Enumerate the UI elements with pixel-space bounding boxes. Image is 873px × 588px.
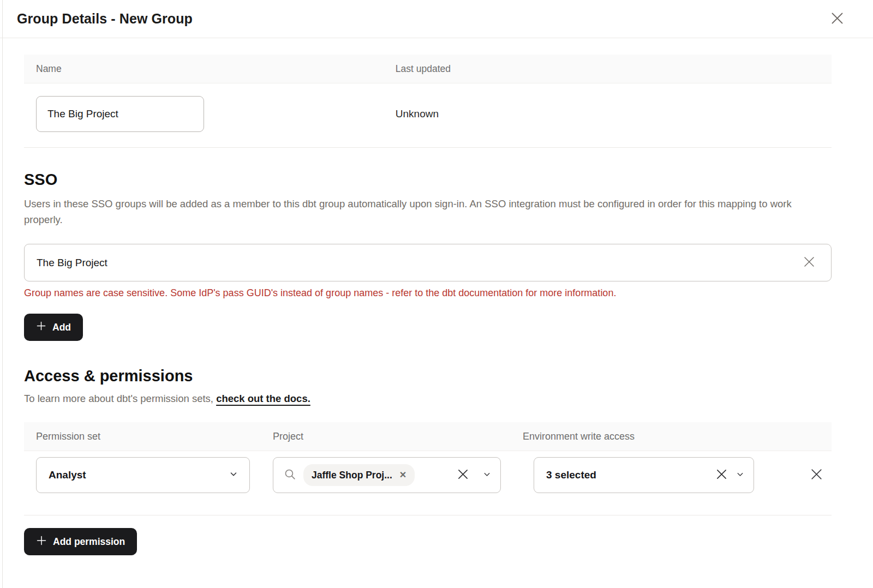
- chevron-down-icon: [229, 469, 238, 481]
- clear-x-icon: [457, 468, 469, 482]
- project-clear-button[interactable]: [455, 466, 471, 484]
- sso-group-clear-button[interactable]: [800, 253, 818, 272]
- access-permissions-section: Access & permissions To learn more about…: [24, 367, 832, 555]
- project-chip-label: Jaffle Shop Proj...: [312, 470, 392, 481]
- chevron-down-icon[interactable]: [736, 470, 745, 481]
- add-button-label: Add: [52, 322, 71, 333]
- permission-row: Analyst Jaffle Shop Proj...: [24, 451, 832, 515]
- project-chip: Jaffle Shop Proj... ✕: [303, 464, 415, 486]
- sso-warning-text: Group names are case sensitive. Some IdP…: [24, 287, 832, 299]
- modal-header: Group Details - New Group: [0, 0, 873, 38]
- remove-permission-row-button[interactable]: [808, 465, 826, 485]
- sso-section: SSO Users in these SSO groups will be ad…: [24, 171, 832, 341]
- chevron-down-icon[interactable]: [482, 470, 492, 481]
- environment-clear-button[interactable]: [713, 466, 730, 484]
- search-icon: [283, 467, 297, 483]
- add-permission-label: Add permission: [53, 536, 125, 548]
- environment-multiselect[interactable]: 3 selected: [534, 457, 754, 493]
- sso-description: Users in these SSO groups will be added …: [24, 196, 832, 227]
- close-icon: [830, 11, 845, 27]
- access-description-text: To learn more about dbt's permission set…: [24, 393, 216, 404]
- permission-set-value: Analyst: [49, 469, 86, 481]
- chip-remove-icon[interactable]: ✕: [399, 471, 406, 479]
- group-name-input[interactable]: [36, 96, 204, 132]
- delete-x-icon: [810, 467, 823, 483]
- access-description: To learn more about dbt's permission set…: [24, 393, 832, 405]
- column-header-project: Project: [273, 431, 523, 442]
- group-summary-table: Name Last updated Unknown: [24, 55, 832, 148]
- add-permission-button[interactable]: Add permission: [24, 528, 137, 555]
- permissions-table-header: Permission set Project Environment write…: [24, 422, 832, 451]
- page-edge-divider: [2, 0, 3, 588]
- project-multiselect[interactable]: Jaffle Shop Proj... ✕: [273, 457, 501, 493]
- clear-x-icon: [715, 468, 728, 482]
- sso-heading: SSO: [24, 171, 832, 189]
- column-header-permission-set: Permission set: [24, 431, 273, 442]
- close-button[interactable]: [828, 9, 847, 29]
- docs-link[interactable]: check out the docs.: [216, 393, 310, 404]
- sso-group-input[interactable]: [25, 244, 800, 281]
- access-heading: Access & permissions: [24, 367, 832, 385]
- permission-set-select[interactable]: Analyst: [36, 457, 250, 493]
- last-updated-value: Unknown: [396, 108, 832, 120]
- plus-icon: [36, 535, 47, 549]
- column-header-last-updated: Last updated: [396, 63, 832, 75]
- page-title: Group Details - New Group: [17, 11, 193, 27]
- group-summary-row: Unknown: [24, 83, 832, 148]
- column-header-environment: Environment write access: [523, 431, 777, 442]
- clear-x-icon: [803, 255, 816, 270]
- permissions-table: Permission set Project Environment write…: [24, 422, 832, 515]
- environment-selected-value: 3 selected: [546, 469, 713, 481]
- add-sso-group-button[interactable]: Add: [24, 314, 83, 341]
- group-summary-table-header: Name Last updated: [24, 55, 832, 83]
- sso-group-field: [24, 244, 832, 281]
- column-header-name: Name: [24, 63, 396, 75]
- plus-icon: [36, 321, 46, 334]
